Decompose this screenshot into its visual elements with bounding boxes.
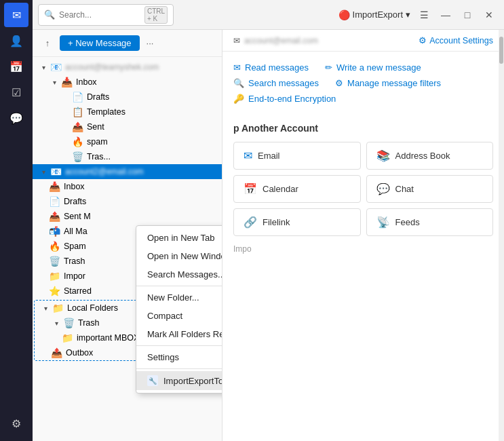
read-messages-action[interactable]: ✉ Read messages (233, 62, 309, 73)
import-text: Impo (233, 244, 252, 254)
trash-local-icon: 🗑️ (63, 318, 75, 328)
ctx-mark-all[interactable]: Mark All Folders Read (136, 325, 222, 343)
icon-chat[interactable]: 💬 (4, 106, 28, 130)
card-calendar[interactable]: 📅 Calendar (233, 175, 361, 203)
sent-icon: 📤 (72, 121, 83, 132)
write-icon: ✏ (325, 62, 332, 73)
tree-spam1[interactable]: 🔥 spam (33, 134, 222, 149)
card-email-label: Email (258, 151, 280, 161)
templates-icon: 📋 (72, 107, 83, 117)
ctx-open-window[interactable]: Open in New Window (136, 247, 222, 265)
another-account-title: p Another Account (233, 117, 493, 134)
search-box[interactable]: 🔍 CTRL + K (38, 4, 174, 26)
app-title-arrow: ▾ (406, 9, 410, 20)
tree-account2[interactable]: ▾ 📧 account2@email.com (33, 164, 222, 179)
search-icon: 🔍 (44, 9, 55, 20)
app-icon: 🔴 (338, 9, 350, 20)
card-filelink-icon: 🔗 (244, 216, 257, 229)
tree-sentm[interactable]: 📤 Sent M (33, 209, 222, 224)
search-messages-action[interactable]: 🔍 Search messages (233, 78, 319, 88)
scrollbar[interactable] (499, 30, 504, 441)
card-filelink[interactable]: 🔗 Filelink (233, 208, 361, 236)
section-prefix: p (233, 123, 241, 134)
maximize-button[interactable]: □ (458, 5, 477, 24)
spam2-icon: 🔥 (49, 241, 60, 252)
app-title: 🔴 ImportExport ▾ (338, 9, 410, 20)
drafts2-label: Drafts (64, 197, 86, 206)
card-calendar-label: Calendar (263, 184, 298, 194)
tree-account1[interactable]: ▾ 📧 account@teamyshek.com (33, 60, 222, 75)
new-message-label: + New Message (68, 38, 132, 48)
tree-drafts2[interactable]: 📄 Drafts (33, 194, 222, 209)
icon-settings[interactable]: ⚙ (4, 411, 28, 436)
card-chat-icon: 💬 (376, 183, 390, 195)
card-feeds[interactable]: 📡 Feeds (366, 208, 494, 236)
nav-up-button[interactable]: ↑ (38, 34, 57, 53)
expand-icon: ▾ (38, 62, 49, 73)
new-message-button[interactable]: + New Message (60, 35, 140, 51)
sidebar-toolbar: ↑ + New Message ··· (33, 30, 222, 57)
icon-mail[interactable]: ✉ (4, 3, 28, 27)
inbox1-label: Inbox (76, 77, 97, 87)
tree-sent1[interactable]: 📤 Sent (33, 119, 222, 134)
account-email-display: ✉ account@email.com (233, 36, 318, 45)
spam-icon: 🔥 (72, 136, 83, 147)
email-icon: ✉ (233, 36, 240, 45)
ctx-new-folder[interactable]: New Folder... (136, 288, 222, 307)
read-label: Read messages (245, 62, 309, 73)
icon-address-book[interactable]: 👤 (4, 28, 28, 53)
local-folders-label: Local Folders (67, 303, 118, 313)
card-email[interactable]: ✉ Email (233, 142, 361, 170)
account2-icon: 📧 (50, 166, 62, 177)
ctx-settings-label: Settings (147, 352, 179, 362)
encryption-icon: 🔑 (233, 94, 244, 104)
starred-icon: ⭐ (49, 286, 60, 296)
expand-icon: ▾ (40, 303, 51, 313)
menu-button[interactable]: ☰ (414, 5, 433, 24)
write-message-action[interactable]: ✏ Write a new message (325, 62, 421, 73)
account1-email: account@teamyshek.com (65, 62, 159, 72)
settings-icon: ⚙ (419, 35, 427, 45)
ctx-importexport[interactable]: 🔧 ImportExportTools NG ▶ Export Account … (136, 371, 222, 390)
search-shortcut: CTRL + K (144, 6, 168, 24)
tree-drafts1[interactable]: 📄 Drafts (33, 90, 222, 104)
icon-tasks[interactable]: ☑ (4, 80, 28, 104)
minimize-button[interactable]: — (436, 5, 455, 24)
close-button[interactable]: ✕ (480, 5, 499, 24)
spacer (60, 121, 71, 132)
outbox-icon: 📤 (51, 347, 62, 358)
manage-filters-action[interactable]: ⚙ Manage message filters (335, 78, 441, 88)
account-settings-button[interactable]: ⚙ Account Settings (419, 35, 493, 45)
card-address-book-label: Address Book (395, 151, 450, 161)
search-input[interactable] (59, 10, 140, 20)
card-chat[interactable]: 💬 Chat (366, 175, 494, 203)
account2-email: account2@email.com (65, 167, 144, 176)
tree-inbox2[interactable]: 📥 Inbox (33, 179, 222, 194)
ctx-open-tab[interactable]: Open in New Tab (136, 229, 222, 247)
ctx-settings[interactable]: Settings (136, 348, 222, 366)
encryption-action[interactable]: 🔑 End-to-end Encryption (233, 94, 336, 104)
search-messages-icon: 🔍 (233, 78, 244, 88)
spacer (60, 151, 71, 162)
ctx-compact[interactable]: Compact (136, 307, 222, 325)
expand-icon: ▾ (49, 77, 60, 88)
tree-inbox1[interactable]: ▾ 📥 Inbox (33, 75, 222, 90)
expand-icon: ▾ (38, 166, 49, 177)
tree-templates[interactable]: 📋 Templates (33, 104, 222, 119)
tree-trash1[interactable]: 🗑️ Tras... (33, 149, 222, 164)
ctx-compact-label: Compact (147, 311, 182, 321)
card-address-book[interactable]: 📚 Address Book (366, 142, 494, 170)
panel-actions: ✉ Read messages ✏ Write a new message 🔍 (233, 62, 493, 104)
drafts1-label: Drafts (87, 92, 109, 102)
ctx-divider3 (136, 368, 222, 369)
trash2-label: Trash (64, 256, 85, 266)
more-options-button[interactable]: ··· (142, 37, 158, 50)
icon-calendar[interactable]: 📅 (4, 54, 28, 79)
drafts2-icon: 📄 (49, 196, 60, 207)
right-panel: ✉ account@email.com ⚙ Account Settings ✉ (222, 30, 504, 441)
write-label: Write a new message (336, 62, 421, 73)
import-icon: 📁 (49, 271, 60, 282)
ctx-search[interactable]: Search Messages... (136, 265, 222, 284)
trash-local-label: Trash (78, 318, 100, 328)
trash2-icon: 🗑️ (49, 256, 60, 267)
